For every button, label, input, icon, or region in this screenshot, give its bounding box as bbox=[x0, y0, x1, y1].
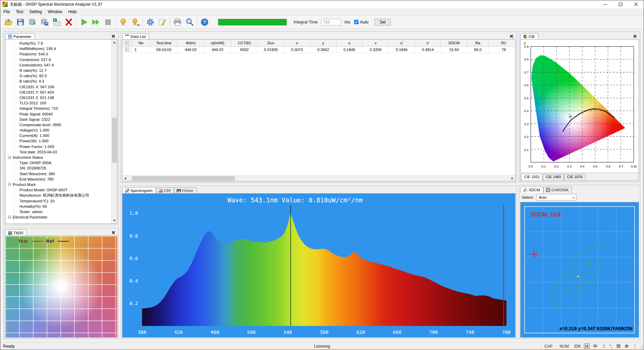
data-list-close-button[interactable] bbox=[510, 33, 515, 38]
tree-item[interactable]: HalfWidth(nm): 195.4 bbox=[5, 46, 111, 51]
status-indicator[interactable]: ⚙ bbox=[623, 343, 631, 350]
tree-item[interactable]: Integral Time(ms): 710 bbox=[5, 106, 111, 111]
scrollbar-thumb[interactable] bbox=[112, 118, 117, 163]
minimize-button[interactable] bbox=[597, 0, 613, 8]
tree-item[interactable]: Purity(%): 7.9 bbox=[5, 41, 111, 46]
help-button[interactable]: ? bbox=[199, 16, 211, 28]
tree-item[interactable]: Instrument Status bbox=[5, 155, 111, 160]
collapse-icon[interactable] bbox=[8, 216, 11, 219]
spectrogram-close-button[interactable] bbox=[637, 1, 642, 6]
run-continuous-button[interactable] bbox=[90, 16, 102, 28]
tree-item[interactable]: Centroid(nm): 547.4 bbox=[5, 62, 111, 68]
column-header[interactable]: No bbox=[132, 40, 151, 47]
tree-item[interactable]: Manufacture: 杭州虹谱光色科技有限公司 bbox=[5, 193, 111, 198]
column-header[interactable]: v' bbox=[415, 40, 441, 47]
cie-standard-tab[interactable]: CIE 1960 bbox=[543, 174, 564, 181]
cie-standard-tab[interactable]: CIE 1931 bbox=[521, 174, 543, 181]
tree-item[interactable]: Product Model: OHSP-650T bbox=[5, 187, 111, 193]
scroll-down-icon[interactable] bbox=[112, 218, 117, 223]
tree-item[interactable]: Compensate level: 2890 bbox=[5, 122, 111, 128]
tab-cie[interactable]: CIE bbox=[521, 33, 538, 40]
column-header[interactable]: Ra bbox=[467, 40, 489, 47]
column-header[interactable]: SDCM bbox=[441, 40, 467, 47]
tab[interactable]: CHROMA bbox=[543, 187, 572, 193]
select-all-cell[interactable] bbox=[122, 40, 132, 47]
tree-item[interactable]: Start Wave(nm): 380 bbox=[5, 171, 111, 177]
menu-item[interactable]: Setting bbox=[26, 9, 45, 15]
tab[interactable]: Flicker bbox=[174, 187, 197, 194]
column-header[interactable]: R1 bbox=[489, 40, 515, 47]
tab-data-list[interactable]: Data List bbox=[122, 33, 149, 40]
tm30-close-button[interactable] bbox=[112, 230, 116, 234]
tree-item[interactable]: Test date: 2019-04-03 bbox=[5, 149, 111, 155]
tree-item[interactable]: CIE1931 X: 567.106 bbox=[5, 84, 111, 90]
lamp-1x-button[interactable]: 1x bbox=[129, 16, 141, 28]
status-indicator[interactable]: 中 bbox=[591, 343, 599, 350]
maximize-button[interactable] bbox=[613, 0, 628, 8]
sdcm-mode-select[interactable]: Auto bbox=[536, 194, 577, 201]
status-indicator[interactable]: CAP bbox=[541, 343, 556, 350]
tree-item[interactable]: Voltage(V): 1.000 bbox=[5, 128, 111, 133]
tab[interactable]: CRI bbox=[156, 187, 174, 194]
scroll-right-icon[interactable] bbox=[509, 176, 515, 181]
tree-item[interactable]: CIE1931 Y: 657.429 bbox=[5, 90, 111, 95]
export-database-report-button[interactable] bbox=[39, 16, 51, 28]
scrollbar-thumb[interactable] bbox=[132, 176, 235, 181]
open-button[interactable] bbox=[2, 16, 14, 28]
tree-item[interactable]: Power Factor: 1.000 bbox=[5, 144, 111, 149]
column-header[interactable]: Duv bbox=[258, 40, 284, 47]
tree-item[interactable]: Current(A): 1.000 bbox=[5, 133, 111, 138]
tree-item[interactable]: Tester: admin bbox=[5, 209, 111, 214]
tree-item[interactable]: End Wave(nm): 780 bbox=[5, 177, 111, 182]
menu-item[interactable]: File bbox=[0, 9, 13, 15]
tab-parameter[interactable]: Parameter bbox=[5, 33, 35, 40]
tree-item[interactable]: Product Mark bbox=[5, 182, 111, 187]
collapse-icon[interactable] bbox=[8, 183, 11, 186]
tree-item[interactable]: SN: 201808725 bbox=[5, 165, 111, 171]
tree-item[interactable]: CIE1931 Z: 621.138 bbox=[5, 95, 111, 100]
menu-item[interactable]: Window bbox=[45, 9, 65, 15]
row-checkbox-cell[interactable] bbox=[122, 47, 132, 53]
tree-item[interactable]: Type: OHSP-350A bbox=[5, 160, 111, 165]
column-header[interactable]: u' bbox=[389, 40, 415, 47]
column-header[interactable]: CCT(K) bbox=[231, 40, 258, 47]
column-header[interactable]: Φ(lm) bbox=[177, 40, 204, 47]
parameter-close-button[interactable] bbox=[112, 33, 116, 38]
status-indicator[interactable]: 简 bbox=[614, 343, 623, 350]
column-header[interactable]: y bbox=[310, 40, 336, 47]
lamp-button[interactable] bbox=[117, 16, 129, 28]
data-list-hscrollbar[interactable] bbox=[122, 176, 515, 181]
status-indicator[interactable]: °, bbox=[607, 343, 614, 350]
cie-close-button[interactable] bbox=[633, 33, 638, 38]
zoom-search-button[interactable] bbox=[183, 16, 196, 28]
scroll-left-icon[interactable] bbox=[122, 176, 128, 181]
print-button[interactable] bbox=[171, 16, 183, 28]
save-button[interactable] bbox=[14, 16, 26, 28]
excel-report-button[interactable] bbox=[51, 16, 63, 28]
tree-item[interactable]: Dark Signal: 2322 bbox=[5, 117, 111, 122]
column-header[interactable]: Test time bbox=[151, 40, 177, 47]
tree-item[interactable]: Center(nm): 527.9 bbox=[5, 57, 111, 62]
auto-checkbox[interactable] bbox=[354, 20, 359, 24]
delete-button[interactable] bbox=[63, 16, 75, 28]
set-button[interactable]: Set bbox=[375, 19, 391, 26]
tree-item[interactable]: B ratio(%): 4.3 bbox=[5, 79, 111, 84]
tree-item[interactable]: Peak Signal: 60042 bbox=[5, 111, 111, 116]
integral-time-input[interactable] bbox=[321, 19, 341, 26]
menu-item[interactable]: Test bbox=[13, 9, 26, 15]
column-header[interactable]: η(lm/W) bbox=[204, 40, 231, 47]
scroll-up-icon[interactable] bbox=[112, 40, 117, 45]
menu-item[interactable]: Help bbox=[65, 9, 79, 15]
status-indicator[interactable]: ⋮ bbox=[631, 343, 639, 350]
checkbox-checked-icon[interactable] bbox=[125, 48, 129, 52]
settings-button[interactable] bbox=[144, 16, 156, 28]
run-button[interactable] bbox=[78, 16, 90, 28]
status-indicator[interactable]: NUM bbox=[556, 343, 572, 350]
tree-item[interactable]: Humidity(%): 65 bbox=[5, 204, 111, 209]
tree-item[interactable]: R ratio(%): 12.7 bbox=[5, 68, 111, 73]
collapse-icon[interactable] bbox=[8, 156, 11, 159]
column-header[interactable]: v bbox=[363, 40, 389, 47]
tree-item[interactable]: Temperature(°C): 20 bbox=[5, 198, 111, 203]
tab-tm30[interactable]: TM30 bbox=[5, 230, 26, 236]
edit-note-button[interactable] bbox=[156, 16, 168, 28]
